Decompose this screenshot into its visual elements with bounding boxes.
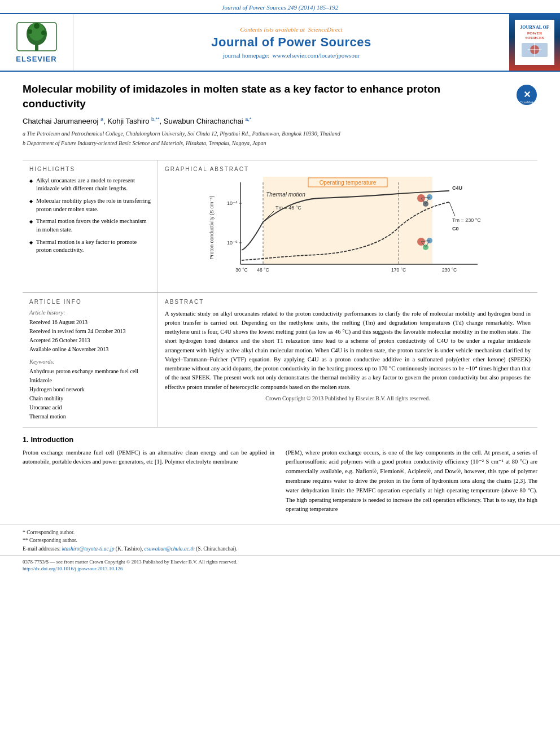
footer-bar: 0378-7753/$ — see front matter Crown Cop… [0,555,560,575]
svg-point-3 [28,29,32,34]
keyword-1: Anhydrous proton exchange membrane fuel … [29,367,151,376]
elsevier-tree-icon [14,21,59,53]
journal-homepage-line: journal homepage: www.elsevier.com/locat… [223,52,360,59]
svg-point-4 [41,30,46,35]
keyword-4: Chain mobility [29,394,151,403]
svg-text:CrossMark: CrossMark [520,101,534,104]
article-info-label: ARTICLE INFO [29,299,151,305]
affiliation-b: b Department of Future Industry-oriented… [23,139,537,147]
authors-line: Chatchai Jarumaneeroj a, Kohji Tashiro b… [23,116,537,125]
svg-text:30 °C: 30 °C [235,267,247,273]
footnote-emails: E-mail addresses: ktashiro@toyota-ti.ac.… [23,545,537,553]
affiliations: a The Petroleum and Petrochemical Colleg… [23,129,537,147]
keywords-label: Keywords: [29,359,151,365]
issn-line: 0378-7753/$ — see front matter Crown Cop… [23,559,537,565]
keyword-6: Thermal motion [29,412,151,421]
keyword-3: Hydrogen bond network [29,385,151,394]
introduction-heading: 1. Introduction [23,435,537,444]
journal-top-bar: Journal of Power Sources 249 (2014) 185–… [0,0,560,14]
article-content: Molecular mobility of imidazoles in molt… [0,72,560,160]
svg-text:46 °C: 46 °C [257,267,269,273]
affiliation-a: a The Petroleum and Petrochemical Colleg… [23,129,537,138]
introduction-two-col: Proton exchange membrane fuel cell (PEMF… [23,448,537,519]
article-title-row: Molecular mobility of imidazoles in molt… [23,82,537,111]
graphical-abstract-column: GRAPHICAL ABSTRACT Operating temperature… [158,160,537,292]
intro-right-para: (PEM), where proton exchange occurs, is … [286,448,537,515]
highlight-item-4: Thermal motion is a key factor to promot… [29,238,151,255]
graphical-abstract-label: GRAPHICAL ABSTRACT [165,166,531,172]
svg-text:170 °C: 170 °C [391,267,406,273]
homepage-prefix: journal homepage: [223,52,269,59]
cover-graphic-icon [520,40,549,60]
journal-citation-link[interactable]: Journal of Power Sources 249 (2014) 185–… [222,4,339,11]
abstract-copyright: Crown Copyright © 2013 Published by Else… [165,395,531,401]
abstract-text: A systematic study on alkyl urocanates r… [165,309,531,392]
abstract-label: ABSTRACT [165,299,531,305]
article-info-column: ARTICLE INFO Article history: Received 1… [23,293,158,427]
article-dates: Received 16 August 2013 Received in revi… [29,318,151,354]
highlight-item-1: Alkyl urocanates are a model to represen… [29,177,151,193]
email-label: E-mail addresses: [23,546,60,552]
crossmark-icon[interactable]: ✕ CrossMark [516,84,537,106]
received-revised-date: Received in revised form 24 October 2013 [29,327,151,336]
keyword-2: Imidazole [29,376,151,385]
elsevier-logo-box: ELSEVIER [0,14,73,71]
email2-link[interactable]: csuwabun@chula.ac.th [145,546,195,552]
svg-text:Operating temperature: Operating temperature [320,180,377,186]
svg-text:230 °C: 230 °C [442,267,457,273]
svg-text:✕: ✕ [523,90,531,99]
accepted-date: Accepted 26 October 2013 [29,336,151,345]
history-label: Article history: [29,309,151,316]
highlight-item-2: Molecular mobility plays the role in tra… [29,197,151,213]
intro-left-para: Proton exchange membrane fuel cell (PEMF… [23,448,274,468]
article-title: Molecular mobility of imidazoles in molt… [23,82,516,111]
doi-link[interactable]: http://dx.doi.org/10.1016/j.jpowsour.201… [23,566,123,571]
available-date: Available online 4 November 2013 [29,345,151,354]
introduction-right: (PEM), where proton exchange occurs, is … [286,448,537,519]
svg-text:Proton conductivity (S cm⁻¹): Proton conductivity (S cm⁻¹) [209,195,215,259]
introduction-left: Proton exchange membrane fuel cell (PEMF… [23,448,274,519]
highlights-column: HIGHLIGHTS Alkyl urocanates are a model … [23,160,158,292]
keywords-list: Anhydrous proton exchange membrane fuel … [29,367,151,421]
email2-name: (S. Chirachanchai). [196,546,238,552]
journal-cover-image: JOURNAL OF POWER SOURCES [509,14,560,71]
journal-title-center: Contents lists available at ScienceDirec… [73,14,509,71]
svg-text:Tm = 46 °C: Tm = 46 °C [275,205,301,211]
contents-prefix: Contents lists available at [240,26,305,33]
introduction-section: 1. Introduction Proton exchange membrane… [0,427,560,525]
highlights-label: HIGHLIGHTS [29,166,151,172]
graphical-abstract-chart: Operating temperature Thermal motion Pro… [165,177,531,287]
svg-text:C4U: C4U [452,185,462,191]
email1-link[interactable]: ktashiro@toyota-ti.ac.jp [62,546,115,552]
footnote-corresponding-single: * Corresponding author. [23,528,537,536]
journal-main-title: Journal of Power Sources [211,35,371,50]
svg-text:10⁻⁶: 10⁻⁶ [227,240,238,246]
email1-name: (K. Tashiro), [116,546,143,552]
journal-cover-inner: JOURNAL OF POWER SOURCES [515,20,554,65]
svg-text:10⁻⁴: 10⁻⁴ [227,200,238,206]
homepage-url[interactable]: www.elsevier.com/locate/jpowsour [273,52,360,59]
svg-text:C0: C0 [452,226,459,231]
page: Journal of Power Sources 249 (2014) 185–… [0,0,560,747]
svg-text:Tm = 230 °C: Tm = 230 °C [452,217,481,223]
received-date: Received 16 August 2013 [29,318,151,327]
info-abstract-section: ARTICLE INFO Article history: Received 1… [23,292,537,427]
svg-point-5 [34,23,40,29]
highlights-graphical-section: HIGHLIGHTS Alkyl urocanates are a model … [23,160,537,292]
journal-header: ELSEVIER Contents lists available at Sci… [0,14,560,72]
abstract-column: ABSTRACT A systematic study on alkyl uro… [158,293,537,427]
highlights-list: Alkyl urocanates are a model to represen… [29,177,151,255]
svg-text:Thermal motion: Thermal motion [266,191,305,198]
svg-line-34 [449,202,455,216]
conductivity-chart-svg: Operating temperature Thermal motion Pro… [165,177,531,287]
sciencedirect-name[interactable]: ScienceDirect [308,26,342,33]
sciencedirect-line: Contents lists available at ScienceDirec… [240,26,342,33]
highlight-item-3: Thermal motion favors the vehicle mechan… [29,217,151,234]
footnote-area: * Corresponding author. ** Corresponding… [0,525,560,555]
keyword-5: Urocanac acid [29,403,151,412]
footnote-corresponding-double: ** Corresponding author. [23,536,537,544]
elsevier-brand-text: ELSEVIER [16,55,56,63]
